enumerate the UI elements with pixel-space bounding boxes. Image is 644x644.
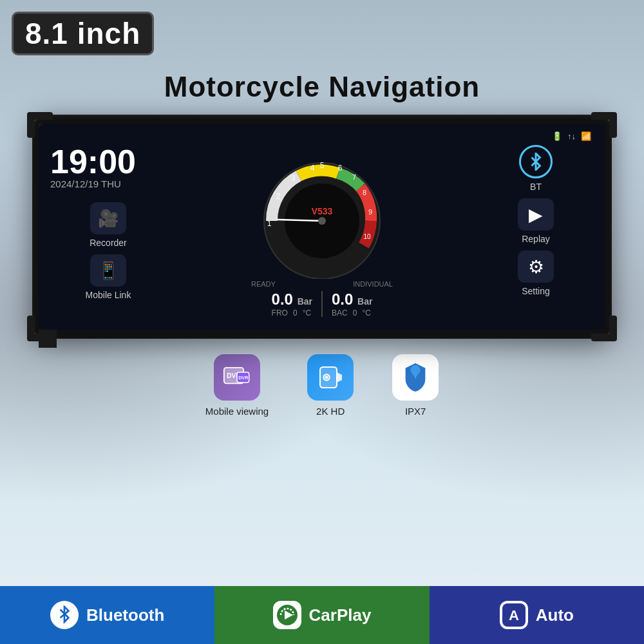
features-section: DVR DVR Mobile viewing 2K HD xyxy=(205,354,439,417)
bac-temp-unit: °C xyxy=(362,308,370,317)
fro-temp: 0 xyxy=(293,308,298,317)
ipx7-label: IPX7 xyxy=(405,406,426,417)
main-container: 8.1 inch Motorcycle Navigation 🔋 ↑↓ 📶 xyxy=(0,0,644,644)
device-wrapper: 🔋 ↑↓ 📶 19:00 2024/12/19 THU xyxy=(32,115,612,339)
gear-icon: ⚙ xyxy=(528,256,544,278)
auto-segment[interactable]: A Auto xyxy=(430,586,644,644)
svg-point-14 xyxy=(318,217,326,225)
bluetooth-icon xyxy=(50,601,79,629)
fro-value: 0.0 Bar xyxy=(272,290,312,308)
bluetooth-label: Bluetooth xyxy=(86,605,164,625)
bottom-bar: Bluetooth CarPlay A Auto xyxy=(0,586,644,644)
svg-text:V533: V533 xyxy=(312,206,333,216)
carplay-icon xyxy=(273,601,301,629)
wifi-icon: 📶 xyxy=(581,131,591,141)
menu-grid-right: BT ▶ Replay xyxy=(478,145,594,296)
replay-label: Replay xyxy=(522,234,550,244)
size-badge: 8.1 inch xyxy=(12,12,154,55)
left-panel: 19:00 2024/12/19 THU 🎥 Recorder xyxy=(50,145,166,322)
mobile-link-menu-item[interactable]: 📱 Mobile Link xyxy=(50,254,166,300)
carplay-label: CarPlay xyxy=(309,605,372,625)
signal-icon: ↑↓ xyxy=(567,131,576,141)
svg-text:3: 3 xyxy=(291,174,296,183)
bluetooth-segment[interactable]: Bluetooth xyxy=(0,586,214,644)
feature-dvr: DVR DVR Mobile viewing xyxy=(205,354,269,417)
device-screen: 🔋 ↑↓ 📶 19:00 2024/12/19 THU xyxy=(39,124,605,330)
page-title: Motorcycle Navigation xyxy=(164,71,480,103)
svg-text:10: 10 xyxy=(363,233,371,240)
fro-block: 0.0 Bar FRO 0 °C xyxy=(272,290,312,317)
replay-icon-box: ▶ xyxy=(518,198,554,231)
ipx7-icon-box xyxy=(392,354,439,401)
device-outer: 🔋 ↑↓ 📶 19:00 2024/12/19 THU xyxy=(32,115,612,339)
gauge-status-ready: READY xyxy=(251,280,276,288)
mobile-link-icon-box: 📱 xyxy=(90,254,126,287)
svg-text:A: A xyxy=(509,607,519,623)
replay-icon: ▶ xyxy=(529,204,543,225)
recorder-menu-item[interactable]: 🎥 Recorder xyxy=(50,202,166,248)
recorder-icon-box: 🎥 xyxy=(90,202,126,234)
svg-text:7: 7 xyxy=(352,173,356,181)
svg-text:6: 6 xyxy=(338,164,343,173)
gauge-status-individual: INDIVIDUAL xyxy=(353,280,393,288)
bt-icon-circle xyxy=(519,145,553,178)
carplay-segment[interactable]: CarPlay xyxy=(214,586,429,644)
bac-label: BAC xyxy=(332,308,348,317)
time-block: 19:00 2024/12/19 THU xyxy=(50,145,166,189)
svg-point-22 xyxy=(325,376,328,379)
bac-unit: Bar xyxy=(357,296,372,307)
bt-label: BT xyxy=(530,182,542,192)
gauge-readings: 0.0 Bar FRO 0 °C xyxy=(272,290,373,317)
recorder-icon: 🎥 xyxy=(98,209,118,229)
bac-temp: 0 xyxy=(353,308,357,317)
menu-grid-left: 🎥 Recorder 📱 Mobile Link xyxy=(50,202,166,300)
svg-text:DVR: DVR xyxy=(238,375,249,381)
2khd-label: 2K HD xyxy=(316,406,345,417)
dvr-label: Mobile viewing xyxy=(205,406,269,417)
setting-icon-box: ⚙ xyxy=(518,251,554,283)
svg-text:4: 4 xyxy=(310,164,315,173)
gauge-divider xyxy=(321,291,323,317)
time-display: 19:00 xyxy=(50,145,166,178)
right-panel: BT ▶ Replay xyxy=(478,145,594,322)
fro-label: FRO xyxy=(272,308,288,317)
feature-ipx7: IPX7 xyxy=(392,354,439,417)
replay-menu-item[interactable]: ▶ Replay xyxy=(518,198,554,244)
setting-menu-item[interactable]: ⚙ Setting xyxy=(518,251,554,296)
bac-value: 0.0 Bar xyxy=(332,290,372,308)
dvr-icon-box: DVR DVR xyxy=(214,354,260,401)
mobile-link-label: Mobile Link xyxy=(86,290,131,300)
date-display: 2024/12/19 THU xyxy=(50,178,166,189)
status-bar: 🔋 ↑↓ 📶 xyxy=(50,131,594,141)
mobile-link-icon: 📱 xyxy=(98,261,118,281)
svg-marker-20 xyxy=(337,372,342,383)
bac-block: 0.0 Bar BAC 0 °C xyxy=(332,290,372,317)
svg-text:2: 2 xyxy=(276,192,281,201)
fro-unit: Bar xyxy=(298,296,312,307)
2khd-icon-box xyxy=(307,354,354,401)
battery-icon: 🔋 xyxy=(552,131,562,141)
svg-text:8: 8 xyxy=(363,189,366,196)
center-panel: 1 2 3 4 5 6 7 8 9 10 xyxy=(166,145,478,322)
bt-menu-item[interactable]: BT xyxy=(519,145,553,192)
auto-label: Auto xyxy=(536,605,574,625)
gauge-svg: 1 2 3 4 5 6 7 8 9 10 xyxy=(245,150,399,279)
feature-2khd: 2K HD xyxy=(307,354,354,417)
svg-text:5: 5 xyxy=(320,161,325,170)
fro-temp-unit: °C xyxy=(303,308,311,317)
svg-text:1: 1 xyxy=(267,219,272,228)
recorder-label: Recorder xyxy=(90,238,127,248)
gauge-status-bar: READY INDIVIDUAL xyxy=(251,280,393,288)
setting-label: Setting xyxy=(522,286,550,296)
svg-text:9: 9 xyxy=(368,208,372,216)
content-wrapper: 8.1 inch Motorcycle Navigation 🔋 ↑↓ 📶 xyxy=(0,0,644,417)
auto-icon: A xyxy=(500,601,528,629)
gauge-container: 1 2 3 4 5 6 7 8 9 10 xyxy=(245,150,399,279)
screen-content: 19:00 2024/12/19 THU 🎥 Recorder xyxy=(50,145,594,322)
size-badge-text: 8.1 inch xyxy=(25,17,140,50)
